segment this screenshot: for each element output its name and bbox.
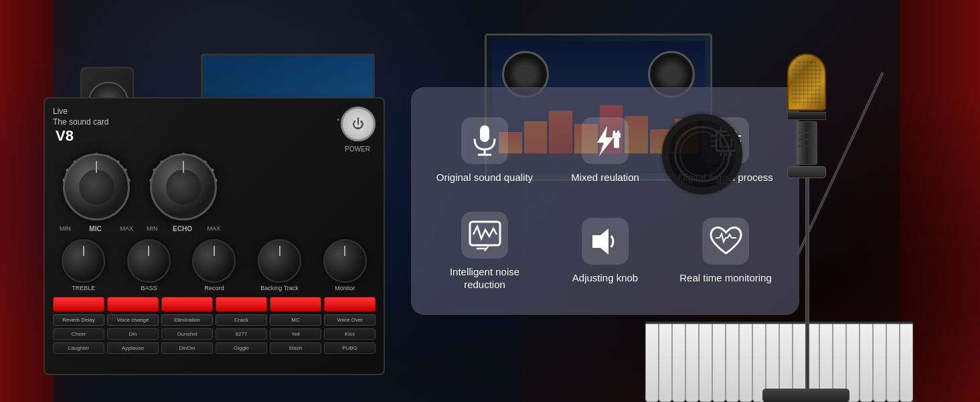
feature-noise-reduction: Intelligent noise reduction (424, 201, 545, 302)
svg-marker-21 (597, 126, 614, 156)
effects-row-2: Cheer Din Gunshot 9277 Yell Kiss (53, 328, 376, 340)
piano-key (900, 324, 913, 402)
treble-knob[interactable] (62, 239, 105, 283)
piano-key (699, 324, 712, 402)
pop-filter (662, 114, 742, 194)
mic-knob[interactable] (63, 153, 130, 220)
power-label: POWER (345, 145, 370, 153)
effect-9277[interactable]: 9277 (216, 328, 267, 340)
svg-rect-18 (480, 125, 489, 142)
red-button-6[interactable] (324, 297, 376, 312)
piano-key (685, 324, 699, 402)
piano-key (860, 324, 873, 402)
piano-key (739, 324, 752, 402)
piano-key (712, 324, 726, 402)
backing-track-label: Backing Track (260, 285, 299, 291)
effects-row-1: Reverb Delay Voice change Elimination Cr… (53, 314, 376, 326)
red-button-4[interactable] (216, 297, 267, 312)
bass-label: BASS (141, 285, 157, 291)
effect-giggle[interactable]: Giggle (216, 342, 267, 354)
svg-marker-43 (592, 228, 608, 255)
backing-track-knob[interactable] (258, 239, 301, 283)
feature-adjusting-knob: Adjusting knob (545, 201, 665, 302)
effect-laughter[interactable]: Laughter (53, 342, 104, 354)
condenser-mic (787, 54, 826, 178)
effect-cheer[interactable]: Cheer (53, 328, 104, 340)
svg-rect-23 (614, 138, 619, 148)
effects-row-3: Laughter Applause DinDin Giggle Slash PU… (53, 342, 376, 354)
piano-key (886, 324, 900, 402)
echo-label: ECHO (173, 225, 192, 232)
effect-gunshot[interactable]: Gunshot (161, 328, 213, 340)
echo-knob[interactable] (150, 153, 217, 220)
red-buttons-row (53, 297, 376, 312)
piano-key (645, 324, 659, 402)
effect-applause[interactable]: Applause (107, 342, 159, 354)
piano-key (873, 324, 886, 402)
echo-knob-indicator (183, 161, 184, 173)
mic-stand-base (762, 389, 849, 402)
mic-knob-indicator (96, 161, 97, 173)
effect-voice-over[interactable]: Voice Over (324, 314, 376, 326)
sound-card-device: Live The sound card V8 ⬝ ⏻ POWER (44, 97, 385, 375)
effect-voice-change[interactable]: Voice change (107, 314, 159, 326)
feature-realtime-monitoring: Real time monitoring (665, 201, 786, 302)
echo-max-label: MAX (207, 225, 220, 232)
microphone-icon (461, 117, 508, 164)
monitor-knob[interactable] (323, 239, 367, 283)
treble-label: TREBLE (72, 285, 95, 291)
svg-rect-24 (613, 131, 615, 133)
sound-card-header: Live The sound card V8 ⬝ ⏻ POWER (53, 107, 376, 145)
features-panel: Original sound quality Mixed reulation (411, 87, 799, 315)
effect-dindin[interactable]: DinDin (161, 342, 213, 354)
effect-pubg[interactable]: PUBG (324, 342, 376, 354)
bass-knob[interactable] (127, 239, 171, 283)
mic-stand-pole (805, 174, 809, 402)
effect-yell[interactable]: Yell (270, 328, 321, 340)
red-button-3[interactable] (161, 297, 213, 312)
feature-text-noise: Intelligent noise reduction (431, 265, 538, 291)
effect-kiss[interactable]: Kiss (324, 328, 376, 340)
heart-pulse-icon (702, 218, 749, 265)
red-button-5[interactable] (270, 297, 321, 312)
sound-card-brand: Live The sound card (53, 107, 362, 127)
mic-label: MIC (89, 225, 101, 232)
mic-max-label: MAX (120, 225, 133, 232)
effect-din[interactable]: Din (107, 328, 159, 340)
mixed-icon (582, 117, 629, 164)
piano-key (726, 324, 739, 402)
piano-key (659, 324, 672, 402)
record-label: Record (204, 285, 224, 291)
effect-mc[interactable]: MC (270, 314, 321, 326)
feature-text-adjusting: Adjusting knob (572, 271, 638, 285)
red-button-1[interactable] (53, 297, 104, 312)
mic-min-label: MIN (60, 225, 71, 232)
effect-crack[interactable]: Crack (216, 314, 267, 326)
piano-key (672, 324, 685, 402)
speaker-icon (582, 218, 629, 265)
feature-original-sound: Original sound quality (424, 100, 545, 201)
echo-min-label: MIN (147, 225, 158, 232)
feature-text-realtime: Real time monitoring (679, 271, 772, 285)
red-button-2[interactable] (107, 297, 159, 312)
feature-mixed-regulation: Mixed reulation (545, 100, 665, 201)
feature-text-mixed: Mixed reulation (571, 171, 639, 184)
effect-slash[interactable]: Slash (270, 342, 321, 354)
monitor-label: Monitor (335, 285, 355, 291)
svg-rect-22 (612, 133, 621, 138)
effect-reverb-delay[interactable]: Reverb Delay (53, 314, 104, 326)
noise-icon (461, 212, 508, 259)
sound-card-model: V8 (56, 127, 362, 145)
effect-elimination[interactable]: Elimination (161, 314, 213, 326)
power-button[interactable]: ⏻ (341, 107, 376, 141)
record-knob[interactable] (192, 239, 236, 283)
feature-text-original-sound: Original sound quality (436, 171, 533, 184)
svg-rect-25 (617, 131, 619, 133)
